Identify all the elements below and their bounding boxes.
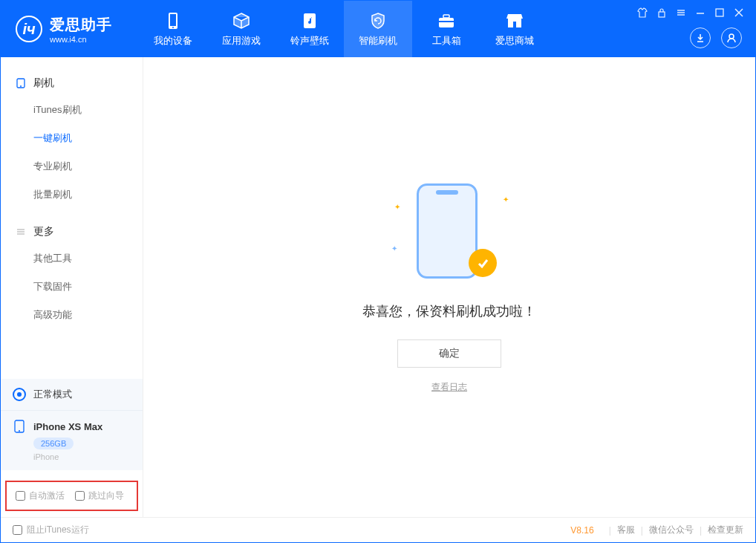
main-content: ✦ ✦ ✦ 恭喜您，保资料刷机成功啦！ 确定 查看日志: [143, 57, 755, 517]
svg-point-2: [172, 27, 174, 28]
close-button[interactable]: [733, 7, 745, 19]
app-logo: iч 爱思助手 www.i4.cn: [1, 1, 124, 57]
list-icon: [16, 227, 26, 237]
svg-rect-6: [439, 21, 454, 22]
tab-label: 铃声壁纸: [290, 34, 329, 48]
sparkle-icon: ✦: [394, 203, 400, 211]
success-graphic: ✦ ✦ ✦: [405, 181, 494, 284]
footer-link-support[interactable]: 客服: [617, 524, 635, 536]
mode-label: 正常模式: [33, 388, 72, 401]
tab-label: 工具箱: [432, 34, 461, 48]
device-storage-badge: 256GB: [33, 438, 74, 449]
shirt-icon[interactable]: [636, 7, 648, 19]
music-file-icon: [299, 10, 320, 31]
sidebar-group-flash: 刷机: [1, 71, 143, 96]
sidebar-item-download-firmware[interactable]: 下载固件: [1, 273, 143, 301]
cube-icon: [231, 10, 252, 31]
main-tabs: 我的设备 应用游戏 铃声壁纸 智能刷机 工具箱 爱思商城: [139, 1, 549, 57]
lock-icon[interactable]: [656, 7, 668, 19]
tab-label: 爱思商城: [495, 34, 534, 48]
device-type: iPhone: [33, 452, 131, 461]
footer: 阻止iTunes运行 V8.16 | 客服 | 微信公众号 | 检查更新: [1, 517, 755, 542]
download-button[interactable]: [690, 27, 711, 48]
sidebar-item-onekey-flash[interactable]: 一键刷机: [1, 124, 143, 152]
svg-rect-1: [170, 14, 176, 26]
sparkle-icon: ✦: [503, 195, 509, 204]
ok-button[interactable]: 确定: [397, 339, 501, 368]
checkbox-input[interactable]: [75, 491, 85, 501]
device-phone-icon: [13, 420, 26, 433]
sidebar-item-batch-flash[interactable]: 批量刷机: [1, 181, 143, 209]
tab-toolbox[interactable]: 工具箱: [412, 1, 480, 57]
user-button[interactable]: [721, 27, 742, 48]
sidebar: 刷机 iTunes刷机 一键刷机 专业刷机 批量刷机 更多 其他工具 下载固件 …: [1, 57, 143, 517]
tab-label: 应用游戏: [222, 34, 261, 48]
device-name: iPhone XS Max: [33, 421, 102, 432]
sidebar-item-pro-flash[interactable]: 专业刷机: [1, 152, 143, 181]
minimize-button[interactable]: [694, 7, 706, 19]
window-controls: [636, 7, 745, 19]
svg-point-18: [729, 34, 734, 39]
sidebar-options-box: 自动激活 跳过向导: [5, 481, 138, 511]
check-badge-icon: [469, 249, 497, 277]
tab-smart-flash[interactable]: 智能刷机: [344, 1, 412, 57]
sidebar-item-itunes-flash[interactable]: iTunes刷机: [1, 96, 143, 124]
device-icon: [163, 10, 183, 31]
tab-store[interactable]: 爱思商城: [480, 1, 549, 57]
footer-link-wechat[interactable]: 微信公众号: [649, 524, 694, 536]
header-action-buttons: [690, 27, 742, 48]
sidebar-mode-status[interactable]: 正常模式: [1, 379, 143, 410]
tab-ringtones-wallpapers[interactable]: 铃声壁纸: [276, 1, 344, 57]
tab-apps-games[interactable]: 应用游戏: [207, 1, 276, 57]
footer-link-check-update[interactable]: 检查更新: [708, 524, 743, 536]
maximize-button[interactable]: [714, 7, 726, 19]
sparkle-icon: ✦: [391, 244, 397, 253]
store-icon: [504, 10, 525, 31]
success-message: 恭喜您，保资料刷机成功啦！: [362, 302, 536, 320]
svg-rect-14: [716, 9, 723, 16]
checkbox-skip-setup[interactable]: 跳过向导: [75, 490, 124, 502]
svg-rect-4: [439, 18, 454, 27]
tab-label: 我的设备: [154, 34, 192, 48]
logo-title: 爱思助手: [50, 15, 112, 35]
version-label: V8.16: [570, 525, 593, 536]
svg-rect-9: [659, 12, 665, 17]
refresh-shield-icon: [368, 10, 388, 31]
sidebar-group-label: 刷机: [33, 77, 54, 90]
logo-icon: iч: [16, 16, 42, 42]
toolbox-icon: [436, 10, 457, 31]
logo-subtitle: www.i4.cn: [50, 35, 112, 44]
view-log-link[interactable]: 查看日志: [431, 381, 467, 394]
app-header: iч 爱思助手 www.i4.cn 我的设备 应用游戏 铃声壁纸 智能刷机: [1, 1, 755, 57]
sidebar-group-label: 更多: [33, 225, 54, 238]
tab-label: 智能刷机: [359, 34, 397, 48]
sidebar-group-more: 更多: [1, 219, 143, 244]
mode-dot-icon: [13, 388, 26, 401]
tab-my-device[interactable]: 我的设备: [139, 1, 207, 57]
menu-icon[interactable]: [675, 7, 687, 19]
checkbox-block-itunes[interactable]: 阻止iTunes运行: [13, 524, 89, 536]
checkbox-input[interactable]: [13, 525, 22, 535]
sidebar-item-advanced[interactable]: 高级功能: [1, 301, 143, 329]
checkbox-auto-activate[interactable]: 自动激活: [16, 490, 65, 502]
svg-rect-8: [513, 22, 516, 27]
phone-icon: [16, 78, 26, 88]
checkbox-input[interactable]: [16, 491, 25, 501]
sidebar-item-other-tools[interactable]: 其他工具: [1, 244, 143, 273]
sidebar-device-card[interactable]: iPhone XS Max 256GB iPhone: [1, 410, 143, 470]
svg-rect-5: [443, 15, 449, 18]
